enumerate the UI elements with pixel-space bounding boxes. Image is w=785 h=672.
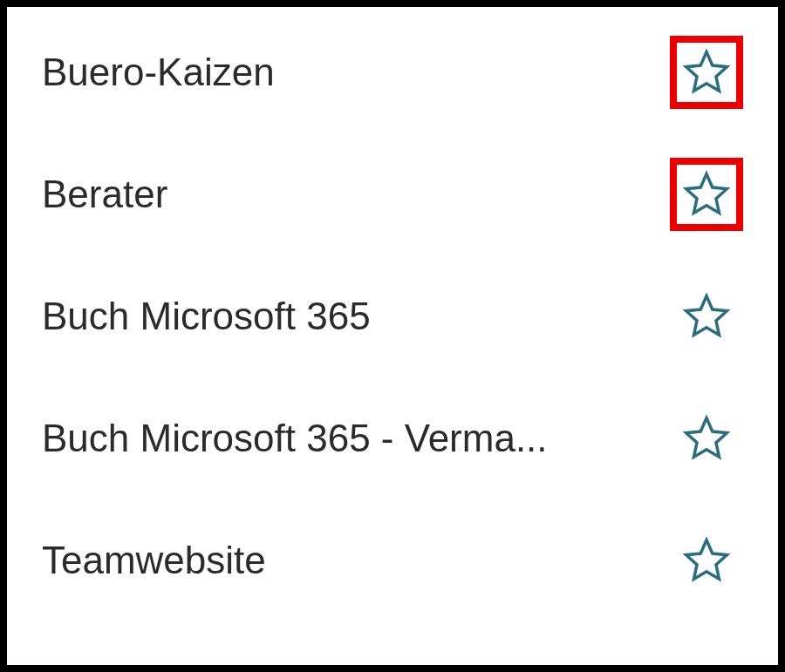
- star-box: [670, 402, 743, 475]
- site-label: Buch Microsoft 365 - Verma...: [42, 417, 548, 460]
- site-label: Buch Microsoft 365: [42, 295, 371, 338]
- svg-marker-2: [686, 296, 727, 336]
- svg-marker-0: [686, 52, 727, 92]
- site-label: Buero-Kaizen: [42, 51, 275, 94]
- svg-marker-3: [686, 418, 727, 458]
- star-box: [670, 524, 743, 597]
- star-highlight-box: [670, 158, 743, 231]
- list-item[interactable]: Buch Microsoft 365: [42, 286, 743, 347]
- star-outline-icon[interactable]: [682, 48, 731, 97]
- star-outline-icon[interactable]: [682, 292, 731, 341]
- site-label: Berater: [42, 173, 167, 216]
- star-outline-icon[interactable]: [682, 414, 731, 463]
- sharepoint-site-list: Buero-Kaizen Berater Buch Microsoft 365: [42, 33, 743, 591]
- star-box: [670, 280, 743, 353]
- star-highlight-box: [670, 36, 743, 109]
- list-item[interactable]: Buero-Kaizen: [42, 42, 743, 103]
- list-item[interactable]: Teamwebsite: [42, 530, 743, 591]
- svg-marker-1: [686, 174, 727, 214]
- svg-marker-4: [686, 540, 727, 580]
- list-item[interactable]: Berater: [42, 164, 743, 225]
- list-item[interactable]: Buch Microsoft 365 - Verma...: [42, 408, 743, 469]
- site-label: Teamwebsite: [42, 539, 266, 582]
- star-outline-icon[interactable]: [682, 170, 731, 219]
- star-outline-icon[interactable]: [682, 536, 731, 585]
